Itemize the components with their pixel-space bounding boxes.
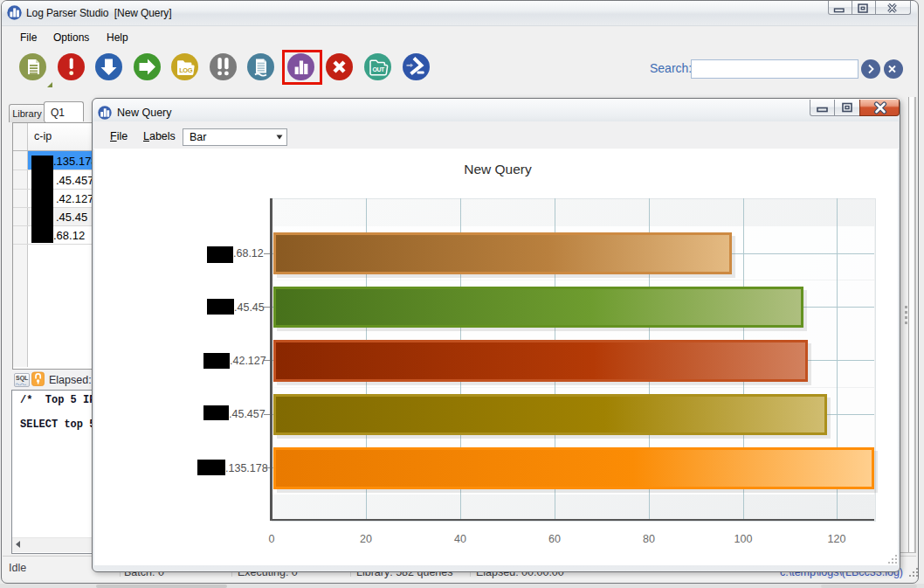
svg-text:LOG: LOG	[179, 66, 193, 74]
svg-text:OUT: OUT	[372, 66, 385, 73]
